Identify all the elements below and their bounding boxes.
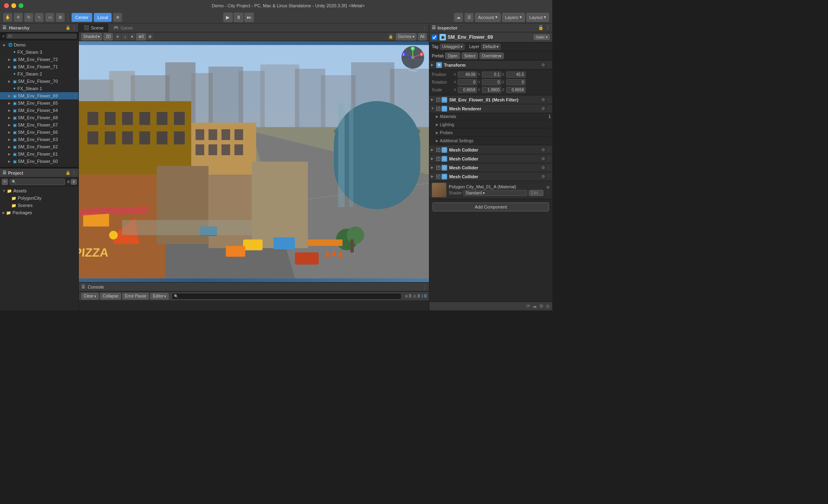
hierarchy-item[interactable]: ✦FX_Steam 2: [0, 70, 78, 78]
hierarchy-item[interactable]: ▶▣SM_Env_Flower_70: [0, 78, 78, 85]
hierarchy-more-icon[interactable]: ⋮: [72, 25, 76, 30]
maximize-button[interactable]: [19, 3, 23, 8]
clear-button[interactable]: Clear ▾: [81, 293, 99, 299]
transform-more-icon[interactable]: ⋮: [547, 63, 551, 67]
hierarchy-item[interactable]: ▶▣SM_Env_Flower_63: [0, 136, 78, 143]
collider-more-icon[interactable]: ⋮: [547, 156, 551, 161]
local-button[interactable]: Local: [94, 13, 112, 22]
step-button[interactable]: ⏭: [244, 13, 254, 22]
rot-x-input[interactable]: [458, 79, 477, 85]
center-button[interactable]: Center: [72, 13, 92, 22]
mesh-filter-settings-icon[interactable]: ⚙: [541, 97, 545, 102]
hierarchy-item[interactable]: ▶▣SM_Env_Flower_66: [0, 129, 78, 136]
probes-row[interactable]: ▶ Probes: [436, 129, 551, 137]
fx-icon[interactable]: ✦: [129, 34, 135, 40]
mesh-renderer-more-icon[interactable]: ⋮: [547, 106, 551, 111]
inspector-more-icon[interactable]: ⋮: [545, 25, 550, 30]
prefab-overrides-btn[interactable]: Overrides ▾: [479, 53, 504, 59]
hierarchy-item[interactable]: ▶▣SM_Env_Flower_65: [0, 99, 78, 107]
material-more-icon[interactable]: ⋮: [546, 190, 550, 195]
rect-tool[interactable]: ▭: [45, 13, 54, 22]
project-lock-icon[interactable]: 🔓: [65, 171, 70, 175]
editor-dropdown[interactable]: Editor ▾: [150, 293, 169, 299]
mesh-collider-0[interactable]: ▶ ✓ ⬡ Mesh Collider ⚙ ⋮: [429, 146, 552, 154]
project-more-icon[interactable]: ⋮: [72, 171, 76, 175]
project-folder-item[interactable]: 📁Scenes: [0, 202, 78, 209]
obj-active-checkbox[interactable]: [432, 35, 437, 40]
collider-checkbox[interactable]: ✓: [436, 157, 440, 161]
collider-settings-icon[interactable]: ⚙: [541, 156, 545, 161]
play-button[interactable]: ▶: [223, 13, 233, 22]
project-add-btn[interactable]: +: [2, 179, 8, 185]
shader-dropdown[interactable]: Standard ▾: [463, 190, 527, 196]
mesh-collider-2[interactable]: ▶ ✓ ⬡ Mesh Collider ⚙ ⋮: [429, 163, 552, 172]
rot-z-input[interactable]: [506, 79, 526, 85]
inspector-bottom-icon2[interactable]: ☁: [532, 304, 537, 309]
hierarchy-item[interactable]: ▶▣SM_Env_Flower_71: [0, 63, 78, 70]
console-search[interactable]: 🔍: [172, 293, 401, 299]
hierarchy-item[interactable]: ✦FX_Steam 3: [0, 49, 78, 56]
collider-more-icon[interactable]: ⋮: [547, 148, 551, 152]
collab-icon[interactable]: ☁: [454, 13, 463, 22]
hierarchy-item[interactable]: ▶▣SM_Env_Flower_64: [0, 107, 78, 114]
mesh-renderer-settings-icon[interactable]: ⚙: [541, 106, 545, 111]
account-dropdown[interactable]: Account ▾: [475, 13, 501, 22]
prefab-select-btn[interactable]: Select: [462, 53, 478, 59]
hierarchy-item[interactable]: ▶▣SM_Env_Flower_61: [0, 150, 78, 158]
inspector-scroll[interactable]: ▣ SM_Env_Flower_69 Static ▾ Tag Untagged…: [429, 32, 552, 302]
layers-dropdown[interactable]: Layers ▾: [502, 13, 525, 22]
pos-z-input[interactable]: [506, 72, 526, 78]
hierarchy-item[interactable]: ▶▣SM_Env_Flower_72: [0, 56, 78, 63]
hierarchy-item[interactable]: ▶▣SM_Env_Flower_62: [0, 143, 78, 150]
scene-view[interactable]: PIZZA: [79, 41, 429, 282]
mesh-filter-header[interactable]: ▶ ✓ ⬡ SM_Env_Flower_01 (Mesh Filter) ⚙ ⋮: [429, 95, 552, 104]
hierarchy-lock-icon[interactable]: 🔓: [65, 25, 70, 30]
audio-icon[interactable]: ♪: [122, 34, 128, 40]
scene-filter-dropdown[interactable]: ⊕0: [136, 33, 146, 40]
layout-dropdown[interactable]: Layout ▾: [526, 13, 549, 22]
project-folder-item[interactable]: ▶📁Packages: [0, 209, 78, 216]
scene-lock-icon[interactable]: 🔒: [388, 34, 394, 40]
collapse-button[interactable]: Collapse: [100, 293, 121, 299]
mesh-renderer-header[interactable]: ▼ ✓ ⬡ Mesh Renderer ⚙ ⋮: [429, 104, 552, 113]
transform-tool[interactable]: ⊞: [56, 13, 65, 22]
hierarchy-item-more[interactable]: ⋮: [73, 94, 78, 98]
rot-y-input[interactable]: [482, 79, 501, 85]
tab-scene[interactable]: ⬛ Scene: [79, 23, 108, 32]
layer-dropdown[interactable]: Default ▾: [481, 44, 501, 50]
collider-more-icon[interactable]: ⋮: [547, 174, 551, 179]
mesh-collider-1[interactable]: ▶ ✓ ⬡ Mesh Collider ⚙ ⋮: [429, 154, 552, 163]
scale-tool[interactable]: ⤡: [35, 13, 44, 22]
material-edit-btn[interactable]: Edit...: [529, 190, 543, 196]
console-more-icon[interactable]: ⋮: [422, 285, 427, 289]
hierarchy-item[interactable]: ▶▣SM_Env_Flower_67: [0, 121, 78, 129]
material-settings-icon[interactable]: ⚙: [546, 185, 550, 190]
collider-settings-icon[interactable]: ⚙: [541, 148, 545, 152]
error-pause-button[interactable]: Error Pause: [123, 293, 149, 299]
mesh-filter-more-icon[interactable]: ⋮: [547, 97, 551, 102]
hand-tool[interactable]: ✋: [3, 13, 12, 22]
hierarchy-item[interactable]: ✦FX_Steam 1: [0, 85, 78, 92]
pos-y-input[interactable]: [482, 72, 501, 78]
transform-header[interactable]: ▶ ⊞ Transform ⚙ ⋮: [429, 61, 552, 70]
lighting-row[interactable]: ▶ Lighting: [436, 121, 551, 129]
collider-checkbox[interactable]: ✓: [436, 166, 440, 170]
prefab-open-btn[interactable]: Open: [445, 53, 460, 59]
hierarchy-item[interactable]: ▶▣SM_Env_Flower_68: [0, 114, 78, 121]
mesh-renderer-checkbox[interactable]: ✓: [436, 107, 440, 111]
scene-menu-icon[interactable]: ⋮: [420, 26, 429, 32]
additional-settings-row[interactable]: ▶ Additional Settings: [436, 137, 551, 145]
collider-settings-icon[interactable]: ⚙: [541, 174, 545, 179]
scale-y-input[interactable]: [482, 87, 501, 93]
scale-z-input[interactable]: [506, 87, 526, 93]
hierarchy-item[interactable]: ▶▣SM_Env_Flower_69⋮: [0, 92, 78, 99]
2d-mode-btn[interactable]: 2D: [104, 33, 113, 40]
tag-dropdown[interactable]: Untagged ▾: [440, 44, 464, 50]
inspector-bottom-icon4[interactable]: ◎: [546, 304, 550, 309]
scene-all-dropdown[interactable]: All: [418, 33, 427, 40]
hierarchy-item[interactable]: ▶🌐Demo: [0, 41, 78, 49]
collider-checkbox[interactable]: ✓: [436, 148, 440, 152]
mesh-collider-3[interactable]: ▶ ✓ ⬡ Mesh Collider ⚙ ⋮: [429, 172, 552, 181]
scene-settings-icon[interactable]: ⚙: [147, 34, 153, 40]
inspector-bottom-icon3[interactable]: ⚙: [539, 304, 543, 309]
